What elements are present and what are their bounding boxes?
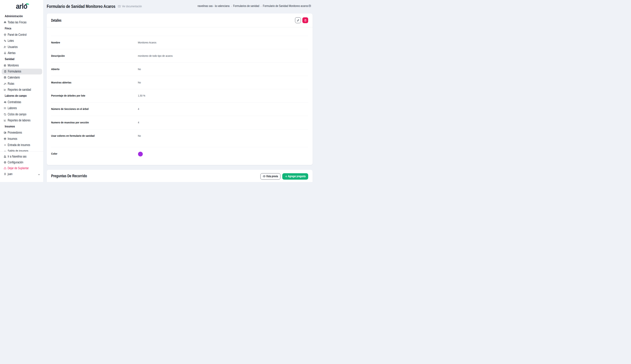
svg-text:12: 12 bbox=[4, 77, 6, 78]
